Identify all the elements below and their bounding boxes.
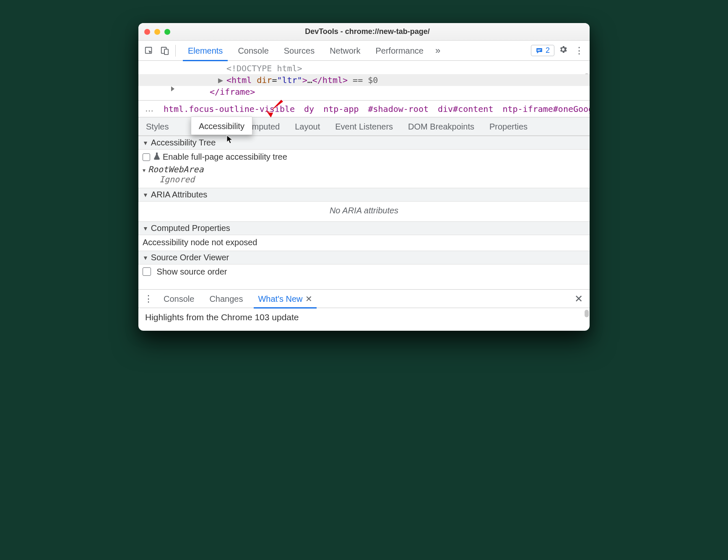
enable-fullpage-label: Enable full-page accessibility tree (163, 152, 287, 162)
chevron-down-icon: ▼ (143, 192, 148, 198)
show-source-order-label: Show source order (157, 267, 227, 276)
drawer-body: Highlights from the Chrome 103 update (138, 308, 590, 331)
close-tab-icon[interactable]: ✕ (305, 294, 312, 303)
section-computed-header[interactable]: ▼ Computed Properties (138, 221, 590, 235)
close-window-button[interactable] (144, 29, 150, 35)
svg-rect-4 (537, 50, 540, 51)
drawer: ⋮ Console Changes What's New✕ ✕ Highligh… (138, 289, 590, 331)
drawer-scrollbar-thumb[interactable] (585, 310, 589, 317)
breadcrumbs: … html.focus-outline-visible dy ntp-app … (138, 101, 590, 117)
section-accessibility-tree-header[interactable]: ▼ Accessibility Tree (138, 136, 590, 150)
section-source-order-header[interactable]: ▼ Source Order Viewer (138, 251, 590, 264)
svg-rect-2 (164, 49, 168, 54)
more-options-kebab-icon[interactable]: ⋮ (572, 45, 586, 56)
toolbar-divider (175, 45, 178, 57)
traffic-lights (144, 29, 170, 35)
tab-sources[interactable]: Sources (277, 41, 321, 61)
crumb-ntp-app[interactable]: ntp-app (323, 104, 359, 114)
tab-elements[interactable]: Elements (181, 41, 229, 61)
minimize-window-button[interactable] (154, 29, 160, 35)
show-source-order-checkbox[interactable] (143, 267, 151, 276)
drawer-tab-whats-new[interactable]: What's New✕ (252, 290, 318, 308)
dom-tree[interactable]: ••• <!DOCTYPE html> ▶ <html dir="ltr">…<… (138, 61, 590, 101)
window-title: DevTools - chrome://new-tab-page/ (170, 27, 590, 36)
chevron-down-icon: ▼ (143, 225, 148, 232)
main-toolbar: Elements Console Sources Network Perform… (138, 41, 590, 61)
section-accessibility-tree-body: Enable full-page accessibility tree ▾Roo… (138, 150, 590, 188)
enable-fullpage-row: Enable full-page accessibility tree (143, 152, 585, 162)
subtab-event-listeners[interactable]: Event Listeners (328, 117, 400, 136)
computed-not-exposed: Accessibility node not exposed (138, 235, 590, 251)
drawer-close-icon[interactable]: ✕ (572, 293, 585, 305)
crumb-ntp-iframe[interactable]: ntp-iframe#oneGoogleB (502, 104, 590, 114)
speech-bubble-icon (536, 47, 543, 54)
sidebar-tabs: Styles mputed Layout Event Listeners DOM… (138, 117, 590, 136)
drawer-kebab-icon[interactable]: ⋮ (143, 293, 154, 304)
chevron-down-icon: ▼ (143, 254, 148, 261)
titlebar: DevTools - chrome://new-tab-page/ (138, 23, 590, 41)
dom-selected-row[interactable]: ▶ <html dir="ltr">…</html> == $0 (138, 74, 590, 86)
settings-gear-icon[interactable] (556, 45, 570, 57)
zoom-window-button[interactable] (164, 29, 170, 35)
tab-network[interactable]: Network (323, 41, 367, 61)
crumb-shadow-root[interactable]: #shadow-root (368, 104, 429, 114)
svg-rect-0 (146, 47, 152, 53)
drawer-tab-changes[interactable]: Changes (203, 290, 249, 308)
source-order-body: Show source order (138, 264, 590, 280)
more-tabs-icon[interactable]: » (432, 45, 444, 56)
subtab-accessibility-dragging[interactable]: Accessibility (191, 117, 252, 135)
subtab-properties[interactable]: Properties (482, 117, 535, 136)
subtab-layout[interactable]: Layout (287, 117, 328, 136)
ax-tree-root-row[interactable]: ▾RootWebArea (143, 164, 585, 174)
crumb-div-content[interactable]: div#content (438, 104, 493, 114)
enable-fullpage-checkbox[interactable] (143, 153, 150, 161)
chevron-down-icon: ▾ (143, 167, 146, 174)
ax-tree-ignored-row[interactable]: Ignored (143, 174, 585, 184)
inspect-element-icon[interactable] (142, 44, 156, 58)
dom-doctype: <!DOCTYPE html> (226, 63, 302, 73)
annotation-arrow-icon (262, 100, 286, 118)
chevron-down-icon: ▼ (143, 140, 148, 146)
experiment-beaker-icon (153, 152, 160, 162)
mouse-cursor-icon (226, 135, 233, 144)
section-aria-header[interactable]: ▼ ARIA Attributes (138, 188, 590, 202)
crumbs-overflow-left-icon[interactable]: … (145, 104, 154, 114)
tab-performance[interactable]: Performance (369, 41, 431, 61)
tab-console[interactable]: Console (231, 41, 275, 61)
issues-count: 2 (546, 46, 550, 55)
crumb-body-partial[interactable]: dy (304, 104, 314, 114)
no-aria-text: No ARIA attributes (138, 202, 590, 221)
subtab-dom-breakpoints[interactable]: DOM Breakpoints (400, 117, 482, 136)
devtools-window: DevTools - chrome://new-tab-page/ Elemen… (138, 23, 590, 331)
dom-iframe-close: </iframe> (210, 87, 255, 97)
drawer-tab-console[interactable]: Console (158, 290, 200, 308)
device-toggle-icon[interactable] (158, 44, 172, 58)
subtab-styles[interactable]: Styles (138, 117, 176, 136)
whats-new-headline: Highlights from the Chrome 103 update (145, 312, 299, 322)
svg-rect-3 (537, 49, 541, 50)
drawer-tabs: ⋮ Console Changes What's New✕ ✕ (138, 290, 590, 308)
issues-badge[interactable]: 2 (531, 45, 554, 56)
